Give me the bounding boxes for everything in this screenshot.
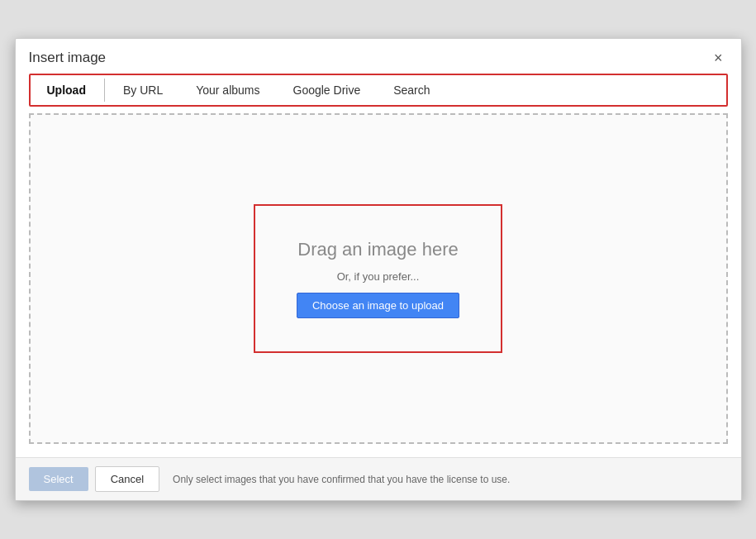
close-button[interactable]: × bbox=[709, 49, 728, 67]
footer-note: Only select images that you have confirm… bbox=[173, 474, 510, 485]
tab-divider bbox=[104, 79, 105, 102]
insert-image-dialog: Insert image × Upload By URL Your albums… bbox=[15, 38, 742, 501]
upload-inner-box: Drag an image here Or, if you prefer... … bbox=[254, 204, 502, 353]
dialog-footer: Select Cancel Only select images that yo… bbox=[16, 457, 741, 500]
drag-text: Drag an image here bbox=[297, 239, 458, 260]
dialog-title: Insert image bbox=[29, 50, 107, 66]
select-button[interactable]: Select bbox=[29, 467, 88, 491]
dialog-header: Insert image × bbox=[16, 39, 741, 67]
or-text: Or, if you prefer... bbox=[337, 270, 420, 283]
tabs-row: Upload By URL Your albums Google Drive S… bbox=[29, 74, 728, 107]
tab-upload[interactable]: Upload bbox=[31, 75, 102, 105]
tab-google-drive[interactable]: Google Drive bbox=[277, 75, 378, 105]
tab-by-url[interactable]: By URL bbox=[107, 75, 179, 105]
tab-your-albums[interactable]: Your albums bbox=[179, 75, 276, 105]
cancel-button[interactable]: Cancel bbox=[95, 466, 159, 492]
upload-drop-zone[interactable]: Drag an image here Or, if you prefer... … bbox=[29, 113, 728, 444]
choose-image-button[interactable]: Choose an image to upload bbox=[297, 293, 459, 318]
tab-search[interactable]: Search bbox=[377, 75, 446, 105]
